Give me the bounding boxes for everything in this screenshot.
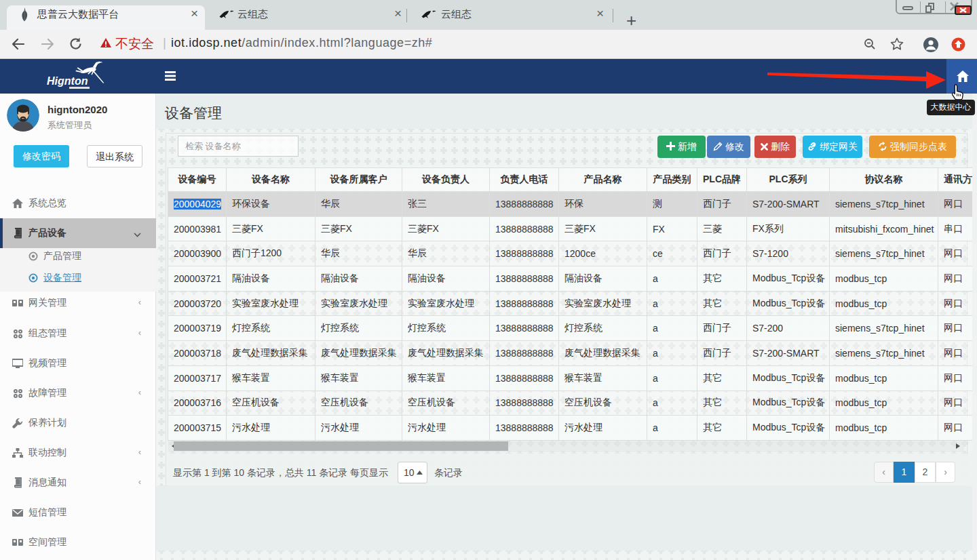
svg-text:Hignton: Hignton bbox=[47, 75, 88, 87]
